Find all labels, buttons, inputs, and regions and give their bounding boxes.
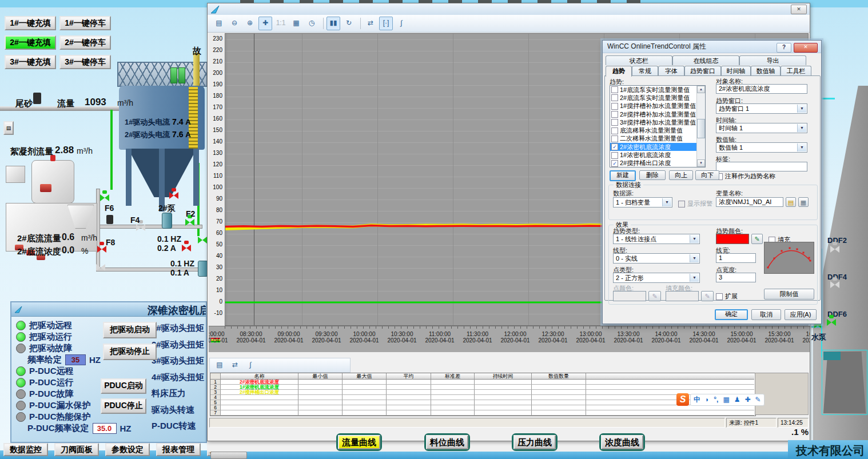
dialog-help-button[interactable]: ? xyxy=(777,43,791,53)
connect-points-icon[interactable]: ⇄ xyxy=(364,17,377,30)
trend-type-select[interactable]: 1 - 线性连接点▼ xyxy=(613,234,700,244)
valve-green-right-icon[interactable] xyxy=(198,237,207,244)
ime-icon[interactable]: ✎ xyxy=(755,394,761,405)
table-header[interactable]: 最大值 xyxy=(343,373,387,380)
scroll-thumb[interactable] xyxy=(697,119,705,138)
valve-f4-icon[interactable] xyxy=(136,224,145,231)
fill-button-3[interactable]: 3#一键充填 xyxy=(5,55,56,69)
scroll-up-icon[interactable]: ▲ xyxy=(697,86,705,93)
color-picker-icon[interactable]: ✎ xyxy=(751,234,763,244)
line-type-select[interactable]: 0 - 实线▼ xyxy=(613,253,700,264)
trend-item-checkbox[interactable] xyxy=(611,86,618,93)
trend-color-swatch[interactable] xyxy=(716,234,749,244)
curve-button-4[interactable]: 浓度曲线 xyxy=(599,433,645,451)
chevron-down-icon[interactable]: ▼ xyxy=(662,198,671,206)
properties-icon[interactable]: ▤ xyxy=(213,358,226,372)
table-header[interactable]: 平均 xyxy=(387,373,431,380)
tab-1[interactable]: 趋势 xyxy=(606,66,632,77)
limit-values-button[interactable]: 限制值 xyxy=(764,289,814,300)
tag-field[interactable] xyxy=(716,162,807,171)
trend-item-checkbox[interactable] xyxy=(611,111,618,118)
chevron-down-icon[interactable]: ▼ xyxy=(797,143,806,151)
panel-button-4[interactable]: PDUC停止 xyxy=(101,398,146,414)
move-trend-icon[interactable]: ✚ xyxy=(258,17,272,30)
trend-window-titlebar[interactable]: ✕ xyxy=(208,3,810,15)
trend-item-checkbox[interactable] xyxy=(611,94,618,101)
list-button-2[interactable]: 删除 xyxy=(639,170,666,180)
trend-list-item-4[interactable]: 2#搅拌槽补加水流量测量值 xyxy=(610,110,705,118)
value-axis-select[interactable]: 数值轴 1▼ xyxy=(716,142,807,153)
nav-button-3[interactable]: 参数设定 xyxy=(105,443,150,456)
list-button-1[interactable]: 新建 xyxy=(610,170,636,181)
tab-6[interactable]: 数值轴 xyxy=(751,66,781,76)
stop-button-1[interactable]: 1#一键停车 xyxy=(59,16,111,30)
ime-toolbar[interactable]: S 中◗°,▦♟✚✎ xyxy=(676,393,765,406)
list-button-3[interactable]: 向上 xyxy=(669,170,693,180)
trend-item-checkbox[interactable] xyxy=(611,127,618,134)
stop-button-2[interactable]: 2#一键停车 xyxy=(59,35,111,50)
alarm-checkbox-row[interactable]: 显示报警 xyxy=(678,199,712,208)
chevron-down-icon[interactable]: ▼ xyxy=(690,235,699,243)
properties-icon[interactable]: ▤ xyxy=(212,17,226,30)
ime-icon[interactable]: °, xyxy=(714,394,718,405)
tab-4[interactable]: 趋势窗口 xyxy=(684,66,721,76)
taskbar-stub[interactable] xyxy=(210,452,247,459)
side-panel-button[interactable]: ▤ xyxy=(3,121,14,135)
panel-button-1[interactable]: 把驱动启动 xyxy=(103,322,157,338)
comment-checkbox-row[interactable]: 注释作为趋势名称 xyxy=(716,172,775,181)
fill-button-1[interactable]: 1#一键充填 xyxy=(5,16,56,30)
line-width-field[interactable]: 1 xyxy=(716,253,756,263)
chevron-down-icon[interactable]: ▼ xyxy=(797,124,806,132)
tab-back-2[interactable]: 在线组态 xyxy=(672,55,739,65)
valve-ddf4-icon[interactable] xyxy=(830,281,839,288)
curve-button-3[interactable]: 压力曲线 xyxy=(512,433,558,451)
list-button-4[interactable]: 向下 xyxy=(695,170,719,180)
curve-button-1[interactable]: 流量曲线 xyxy=(336,433,382,451)
time-range-icon[interactable]: ◷ xyxy=(305,17,318,30)
trend-window-select[interactable]: 趋势窗口 1▼ xyxy=(716,103,807,114)
time-axis-select[interactable]: 时间轴 1▼ xyxy=(716,123,807,133)
nav-button-4[interactable]: 报表管理 xyxy=(156,443,201,456)
valve-f2-icon[interactable] xyxy=(185,219,194,226)
extend-checkbox[interactable] xyxy=(716,293,723,300)
list-scrollbar[interactable]: ▲ ▼ xyxy=(696,86,705,167)
source-select[interactable]: 1 - 归档变量▼ xyxy=(613,197,672,207)
pause-icon[interactable]: ▮▮ xyxy=(327,17,340,30)
tab-5[interactable]: 时间轴 xyxy=(721,66,751,76)
tab-3[interactable]: 字体 xyxy=(658,66,684,76)
valve-red-top-icon[interactable] xyxy=(169,192,178,199)
trend-list-item-9[interactable]: 1#浓密机底流浓度 xyxy=(610,151,705,159)
ok-button[interactable]: 确定 xyxy=(715,309,748,320)
chevron-down-icon[interactable]: ▼ xyxy=(690,274,699,282)
trend-item-checkbox[interactable] xyxy=(611,103,618,110)
table-header[interactable]: 标准差 xyxy=(431,373,475,380)
valve-ddf2-icon[interactable] xyxy=(830,246,839,253)
trend-listbox[interactable]: ▲ ▼ 1#底流泵实时流量测量值2#底流泵实时流量测量值1#搅拌槽补加水流量测量… xyxy=(610,85,706,167)
stop-button-3[interactable]: 3#一键停车 xyxy=(59,55,111,69)
sogou-logo-icon[interactable]: S xyxy=(676,393,689,406)
trend-item-checkbox[interactable] xyxy=(611,152,618,159)
tab-7[interactable]: 工具栏 xyxy=(781,66,811,76)
connect-points-icon[interactable]: ⇄ xyxy=(228,358,242,372)
zoom-out-icon[interactable]: ⊖ xyxy=(228,17,241,30)
zoom-area-icon[interactable]: ▦ xyxy=(289,17,303,30)
statistics-icon[interactable]: ∫ xyxy=(244,358,257,372)
refresh-icon[interactable]: ↻ xyxy=(342,17,356,30)
valve-ddf6-icon[interactable] xyxy=(827,319,836,326)
valve-red-lower-icon[interactable] xyxy=(182,245,191,252)
trend-list-item-7[interactable]: 二次稀释水流量测量值 xyxy=(610,135,705,143)
setpoint-value[interactable]: 35 xyxy=(65,354,86,365)
variable-field[interactable]: 浓度\NMJ1_ND_AI xyxy=(716,197,783,207)
pump-2-icon[interactable] xyxy=(162,213,172,229)
tab-back-1[interactable]: 状态栏 xyxy=(606,55,672,65)
table-row[interactable]: 32#搅拌桶出口浓度 xyxy=(210,390,755,395)
table-row[interactable]: 7 xyxy=(210,410,755,416)
panel-button-2[interactable]: 把驱动停止 xyxy=(103,344,157,360)
trend-list-item-1[interactable]: 1#底流泵实时流量测量值 xyxy=(610,86,705,94)
valve-f8-icon[interactable] xyxy=(97,246,106,253)
ime-icon[interactable]: 中 xyxy=(694,394,700,405)
browse-folder-icon[interactable]: ▤ xyxy=(786,197,796,207)
chevron-down-icon[interactable]: ▼ xyxy=(797,105,806,113)
alarm-checkbox[interactable] xyxy=(678,201,685,207)
object-name-field[interactable]: 2#浓密机底流浓度 xyxy=(716,84,807,94)
